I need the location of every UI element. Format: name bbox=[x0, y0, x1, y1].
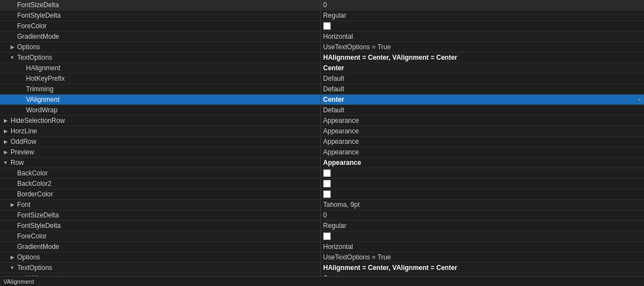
property-value-cell: Horizontal bbox=[321, 242, 644, 252]
property-name-cell: HorzLine bbox=[0, 126, 321, 136]
property-value-cell bbox=[321, 179, 644, 189]
table-row[interactable]: BackColor bbox=[0, 168, 644, 179]
table-row[interactable]: VAlignmentCenter bbox=[0, 95, 644, 105]
property-name-cell: Options bbox=[0, 252, 321, 262]
table-row[interactable]: OptionsUseTextOptions = True bbox=[0, 42, 644, 53]
property-value-bold: Center bbox=[323, 96, 344, 103]
property-name-cell: HAlignment bbox=[0, 63, 321, 73]
table-row[interactable]: BackColor2 bbox=[0, 179, 644, 189]
property-value-cell: 0 bbox=[321, 0, 644, 10]
expand-icon[interactable] bbox=[2, 149, 9, 155]
property-name-label: FontSizeDelta bbox=[17, 211, 59, 219]
color-swatch[interactable] bbox=[323, 22, 331, 30]
property-value-bold: HAlignment = Center, VAlignment = Center bbox=[323, 54, 457, 61]
property-value-bold: Appearance bbox=[323, 159, 361, 167]
table-row[interactable]: TextOptionsHAlignment = Center, VAlignme… bbox=[0, 263, 644, 273]
property-value-text: Appearance bbox=[323, 117, 359, 124]
property-value-cell: Regular bbox=[321, 11, 644, 20]
property-name-cell: GradientMode bbox=[0, 32, 321, 41]
table-row[interactable]: HorzLineAppearance bbox=[0, 126, 644, 137]
color-swatch[interactable] bbox=[323, 190, 331, 198]
property-value-text: Appearance bbox=[323, 127, 359, 135]
property-name-cell: FontSizeDelta bbox=[0, 0, 321, 10]
property-value-cell: HAlignment = Center, VAlignment = Center bbox=[321, 263, 644, 273]
color-swatch[interactable] bbox=[323, 232, 331, 240]
expand-icon[interactable] bbox=[2, 128, 9, 134]
property-value-cell: Appearance bbox=[321, 116, 644, 126]
property-value-cell: HAlignment = Center, VAlignment = Center bbox=[321, 53, 644, 63]
property-value-cell: Horizontal bbox=[321, 32, 644, 41]
table-row[interactable]: TextOptionsHAlignment = Center, VAlignme… bbox=[0, 53, 644, 63]
property-name-cell: BorderColor bbox=[0, 189, 321, 199]
table-row[interactable]: ForeColor bbox=[0, 21, 644, 32]
property-name-cell: Preview bbox=[0, 147, 321, 157]
table-row[interactable]: GradientModeHorizontal bbox=[0, 32, 644, 42]
property-value-cell: 0 bbox=[321, 210, 644, 220]
color-swatch[interactable] bbox=[323, 169, 331, 177]
property-name-cell: HideSelectionRow bbox=[0, 116, 321, 126]
property-value-cell: Appearance bbox=[321, 147, 644, 157]
color-swatch[interactable] bbox=[323, 180, 331, 188]
table-row[interactable]: FontStyleDeltaRegular bbox=[0, 11, 644, 21]
property-value-text: Appearance bbox=[323, 148, 359, 156]
table-row[interactable]: BorderColor bbox=[0, 189, 644, 200]
table-row[interactable]: FontSizeDelta0 bbox=[0, 210, 644, 221]
property-name-label: Options bbox=[17, 253, 40, 261]
property-name-cell: ForeColor bbox=[0, 231, 321, 241]
property-value-text: Regular bbox=[323, 222, 346, 230]
property-value-cell: Appearance bbox=[321, 126, 644, 136]
table-row[interactable]: ForeColor bbox=[0, 231, 644, 242]
property-value-cell: Regular bbox=[321, 221, 644, 231]
property-name-label: OddRow bbox=[11, 138, 37, 145]
property-name-label: HorzLine bbox=[11, 127, 37, 135]
expand-icon[interactable] bbox=[9, 254, 15, 261]
property-value-cell: Appearance bbox=[321, 137, 644, 147]
table-row[interactable]: GradientModeHorizontal bbox=[0, 242, 644, 252]
property-name-label: GradientMode bbox=[17, 243, 59, 251]
table-row[interactable]: FontStyleDeltaRegular bbox=[0, 221, 644, 231]
expand-icon[interactable] bbox=[9, 44, 15, 50]
property-name-label: GradientMode bbox=[17, 33, 59, 40]
table-row[interactable]: WordWrapDefault bbox=[0, 105, 644, 116]
property-value-cell: Appearance bbox=[321, 158, 644, 168]
property-value-cell: Center bbox=[321, 273, 644, 276]
property-value-text: Default bbox=[323, 75, 344, 82]
property-name-label: Trimming bbox=[26, 85, 54, 93]
table-row[interactable]: TrimmingDefault bbox=[0, 84, 644, 95]
table-row[interactable]: RowAppearance bbox=[0, 158, 644, 168]
property-name-cell: WordWrap bbox=[0, 105, 321, 115]
property-value-text: 0 bbox=[323, 1, 327, 9]
property-value-cell[interactable]: Center bbox=[321, 95, 644, 105]
expand-icon[interactable] bbox=[9, 201, 15, 208]
property-value-cell: Default bbox=[321, 74, 644, 84]
property-name-label: Row bbox=[11, 159, 24, 167]
collapse-icon[interactable] bbox=[2, 159, 9, 166]
property-name-label: Options bbox=[17, 43, 40, 51]
table-row[interactable]: PreviewAppearance bbox=[0, 147, 644, 158]
property-name-label: FontStyleDelta bbox=[17, 222, 61, 230]
property-name-cell: BackColor2 bbox=[0, 179, 321, 189]
table-row[interactable]: HideSelectionRowAppearance bbox=[0, 116, 644, 126]
collapse-icon[interactable] bbox=[9, 54, 15, 61]
table-row[interactable]: OddRowAppearance bbox=[0, 137, 644, 147]
property-name-cell: VAlignment bbox=[0, 95, 321, 105]
property-value-cell: Default bbox=[321, 84, 644, 94]
property-name-label: BackColor2 bbox=[17, 180, 51, 188]
property-value-cell bbox=[321, 231, 644, 241]
property-value-cell: UseTextOptions = True bbox=[321, 252, 644, 262]
grid-body[interactable]: FontSizeDelta0FontStyleDeltaRegularForeC… bbox=[0, 0, 644, 276]
collapse-icon[interactable] bbox=[9, 264, 15, 271]
property-value-cell: Center bbox=[321, 63, 644, 73]
property-name-label: BackColor bbox=[17, 169, 48, 177]
property-value-text: Tahoma, 9pt bbox=[323, 201, 360, 209]
table-row[interactable]: OptionsUseTextOptions = True bbox=[0, 252, 644, 263]
status-bar: VAlignment bbox=[0, 276, 644, 286]
table-row[interactable]: HAlignmentCenter bbox=[0, 63, 644, 74]
property-value-cell bbox=[321, 168, 644, 178]
table-row[interactable]: FontTahoma, 9pt bbox=[0, 200, 644, 210]
property-value-text: UseTextOptions = True bbox=[323, 253, 391, 261]
table-row[interactable]: FontSizeDelta0 bbox=[0, 0, 644, 11]
table-row[interactable]: HotKeyPrefixDefault bbox=[0, 74, 644, 84]
expand-icon[interactable] bbox=[2, 138, 9, 145]
expand-icon[interactable] bbox=[2, 117, 9, 124]
